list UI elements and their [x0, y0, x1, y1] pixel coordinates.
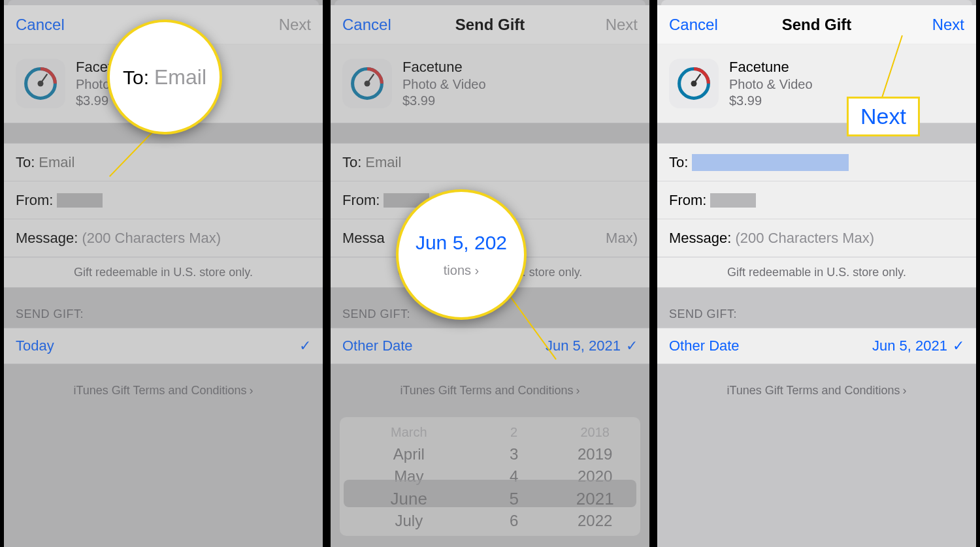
nav-title: Send Gift: [782, 16, 852, 34]
cancel-button[interactable]: Cancel: [669, 16, 728, 34]
nav-title: Send Gift: [455, 16, 525, 34]
to-row[interactable]: To:: [331, 144, 649, 181]
check-icon: ✓: [953, 337, 964, 354]
next-button-disabled: Next: [579, 16, 638, 34]
to-row[interactable]: To:: [657, 144, 976, 181]
date-picker[interactable]: March April May June July 2 3 4 5 6 2018…: [340, 417, 640, 536]
svg-rect-2: [41, 74, 48, 83]
cancel-button[interactable]: Cancel: [16, 16, 74, 34]
chevron-right-icon: ›: [250, 384, 253, 397]
app-icon: [16, 59, 65, 108]
from-redacted: [57, 193, 103, 208]
svg-rect-8: [694, 74, 701, 83]
magnifier-to-email: To: Email: [107, 20, 222, 134]
send-date-label: Other Date: [342, 337, 413, 354]
app-category: Photo & Video: [729, 77, 813, 92]
from-label: From:: [16, 192, 53, 209]
to-input[interactable]: [39, 154, 311, 171]
chevron-right-icon: ›: [576, 384, 580, 397]
message-placeholder: (200 Characters Max): [735, 230, 874, 247]
app-icon: [669, 59, 719, 108]
terms-link[interactable]: iTunes Gift Terms and Conditions›: [331, 384, 649, 398]
send-gift-heading: SEND GIFT:: [657, 288, 976, 328]
picker-day-col[interactable]: 2 3 4 5 6: [481, 421, 547, 532]
message-row[interactable]: Message: (200 Characters Max): [657, 219, 976, 257]
app-price: $3.99: [729, 93, 813, 108]
to-label: To:: [669, 154, 688, 171]
sheet-handle: [335, 0, 645, 5]
nav-bar: Cancel Send Gift Next: [657, 5, 976, 44]
send-date-today[interactable]: Today ✓: [4, 328, 323, 364]
send-gift-heading: SEND GIFT:: [4, 288, 323, 328]
to-label: To:: [342, 154, 361, 171]
send-date-other[interactable]: Other Date Jun 5, 2021 ✓: [657, 328, 976, 364]
app-name: Facetune: [402, 59, 486, 76]
screen-2: Cancel Send Gift Next Facetune Photo & V…: [327, 0, 653, 547]
send-date-label: Other Date: [669, 337, 740, 354]
cancel-button[interactable]: Cancel: [342, 16, 401, 34]
redeem-note: Gift redeemable in U.S. store only.: [657, 257, 976, 287]
picker-month-col[interactable]: March April May June July: [340, 421, 478, 532]
app-info-row: Facetune Photo & Video $3.99: [657, 44, 976, 123]
from-row[interactable]: From:: [657, 181, 976, 219]
message-label: Messa: [342, 230, 385, 247]
check-icon: ✓: [299, 337, 311, 354]
send-date-value: Jun 5, 2021: [872, 337, 947, 354]
redeem-note: Gift redeemable in U.S. store only.: [4, 257, 323, 287]
recipient-section: To: From: Message: (200 Characters Max) …: [4, 143, 323, 288]
to-filled-redacted: [692, 154, 849, 171]
from-label: From:: [342, 192, 380, 209]
message-row[interactable]: Message: (200 Characters Max): [4, 219, 323, 257]
next-button[interactable]: Next: [906, 16, 964, 34]
terms-link[interactable]: iTunes Gift Terms and Conditions›: [4, 384, 323, 398]
highlight-next: Next: [847, 97, 920, 136]
send-date-value: Jun 5, 2021: [546, 337, 621, 354]
magnifier-date: Jun 5, 202 tions ›: [396, 189, 527, 320]
check-icon: ✓: [626, 337, 638, 354]
nav-bar: Cancel Send Gift Next: [331, 5, 649, 44]
sheet-handle: [661, 0, 972, 5]
to-label: To:: [16, 154, 35, 171]
from-redacted: [710, 193, 756, 208]
from-row[interactable]: From:: [4, 181, 323, 219]
app-icon: [342, 59, 392, 108]
screen-3: Cancel Send Gift Next Facetune Photo & V…: [653, 0, 980, 547]
app-name: Facetune: [729, 59, 813, 76]
from-label: From:: [669, 192, 706, 209]
sheet-handle: [8, 0, 319, 5]
recipient-section: To: From: Message: (200 Characters Max) …: [657, 143, 976, 288]
terms-link[interactable]: iTunes Gift Terms and Conditions›: [657, 384, 976, 398]
screen-1: Cancel Next Facetu Photo & $3.99 To: Fro…: [0, 0, 327, 547]
app-price: $3.99: [402, 93, 486, 108]
picker-selection-band: [344, 480, 636, 507]
app-info-row: Facetune Photo & Video $3.99: [331, 44, 649, 123]
picker-year-col[interactable]: 2018 2019 2020 2021 2022: [550, 421, 640, 532]
send-date-label: Today: [16, 337, 54, 354]
message-placeholder: (200 Characters Max): [82, 230, 221, 247]
message-label: Message:: [669, 230, 731, 247]
message-label: Message:: [16, 230, 78, 247]
chevron-right-icon: ›: [903, 384, 907, 397]
app-category: Photo & Video: [402, 77, 486, 92]
to-input[interactable]: [365, 154, 638, 171]
send-date-other[interactable]: Other Date Jun 5, 2021 ✓: [331, 328, 649, 364]
next-button-disabled: Next: [252, 16, 311, 34]
to-row[interactable]: To:: [4, 144, 323, 181]
svg-rect-5: [367, 74, 374, 83]
